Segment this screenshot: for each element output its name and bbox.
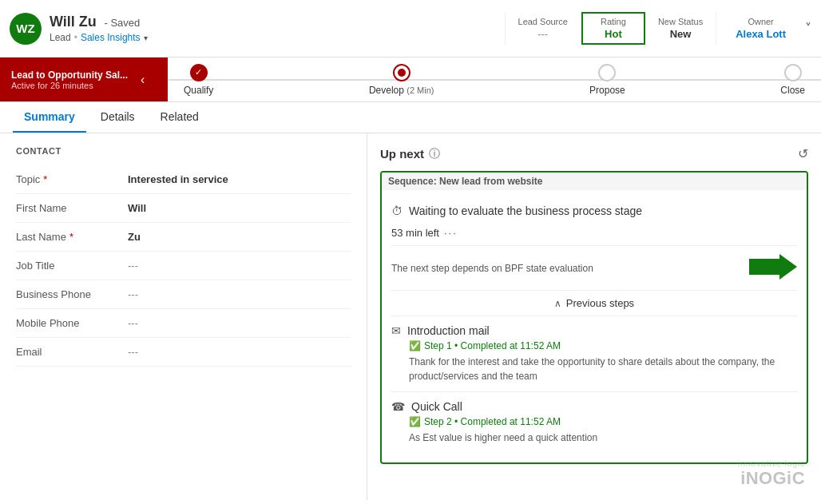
right-panel-wrapper: Up next ⓘ ↺ Sequence: New lead from webs… (367, 133, 821, 500)
header-fields: Lead Source --- Rating Hot New Status Ne… (505, 12, 717, 45)
sequence-label: Sequence: New lead from website (382, 173, 807, 190)
lastname-label: Last Name * (16, 231, 128, 243)
step-propose-circle (598, 64, 616, 81)
mobilephone-value[interactable]: --- (128, 317, 138, 329)
owner-label: Owner (748, 17, 773, 26)
email-value[interactable]: --- (128, 346, 138, 358)
field-jobtitle: Job Title --- (16, 252, 351, 280)
jobtitle-value[interactable]: --- (128, 260, 138, 272)
lastname-value[interactable]: Zu (128, 231, 141, 243)
step-item-1: ✉ Introduction mail ✅ Step 1 • Completed… (391, 315, 797, 391)
up-next-title: Up next (380, 147, 424, 161)
refresh-button[interactable]: ↺ (798, 146, 808, 161)
module-link[interactable]: Sales Insights (81, 32, 141, 43)
field-lastname: Last Name * Zu (16, 223, 351, 252)
rating-field[interactable]: Rating Hot (581, 12, 645, 45)
firstname-label: First Name (16, 202, 128, 214)
tabs-bar: Summary Details Related (0, 102, 821, 133)
depends-row: The next step depends on BPF state evalu… (391, 245, 797, 290)
step-1-header: ✉ Introduction mail (391, 324, 797, 337)
header: WZ Will Zu - Saved Lead • Sales Insights… (0, 0, 821, 58)
mobilephone-label: Mobile Phone (16, 317, 128, 329)
watermark-tagline: innovative logic (738, 458, 805, 468)
clock-icon: ⏱ (391, 204, 403, 217)
previous-steps-label: Previous steps (566, 297, 634, 309)
meta-sep: • (74, 32, 77, 43)
lead-source-field[interactable]: Lead Source --- (505, 12, 581, 45)
waiting-text: Waiting to evaluate the business process… (409, 204, 642, 217)
firstname-value[interactable]: Will (128, 202, 146, 214)
header-name-row: Will Zu - Saved (50, 14, 505, 30)
status-label: New Status (658, 17, 703, 26)
step-item-2: ☎ Quick Call ✅ Step 2 • Completed at 11:… (391, 391, 797, 453)
step-2-check-icon: ✅ (409, 416, 421, 427)
step-2-desc: As Est value is higher need a quick atte… (409, 431, 797, 445)
step-1-status: ✅ Step 1 • Completed at 11:52 AM (409, 340, 797, 351)
main-content: CONTACT Topic * Interested in service Fi… (0, 133, 821, 500)
businessphone-label: Business Phone (16, 288, 128, 300)
step-2-title: Quick Call (411, 400, 462, 413)
step-1-check-icon: ✅ (409, 340, 421, 351)
step-2-status: ✅ Step 2 • Completed at 11:52 AM (409, 416, 797, 427)
watermark-brand: iNOGiC (738, 468, 805, 489)
step-close-label: Close (780, 85, 805, 96)
topic-required: * (43, 173, 47, 185)
topic-label: Topic * (16, 173, 128, 185)
step-qualify-label: Qualify (184, 85, 213, 96)
more-options-button[interactable]: ··· (444, 227, 458, 239)
active-stage[interactable]: Lead to Opportunity Sal... Active for 26… (0, 58, 168, 101)
lead-source-value: --- (537, 28, 548, 40)
step-1-title: Introduction mail (407, 324, 490, 337)
process-bar: Lead to Opportunity Sal... Active for 26… (0, 58, 821, 102)
businessphone-value[interactable]: --- (128, 288, 138, 300)
field-firstname: First Name Will (16, 194, 351, 223)
step-qualify[interactable]: ✓ Qualify (184, 64, 213, 96)
topic-value[interactable]: Interested in service (128, 173, 228, 185)
module-chevron[interactable]: ▾ (144, 34, 148, 42)
contact-section-title: CONTACT (16, 146, 351, 156)
lead-source-label: Lead Source (518, 17, 568, 26)
svg-marker-0 (749, 254, 797, 280)
up-next-info-icon[interactable]: ⓘ (429, 147, 440, 161)
step-develop-circle (393, 64, 410, 81)
email-label: Email (16, 346, 128, 358)
previous-steps-row[interactable]: ∧ Previous steps (391, 290, 797, 315)
chevron-up-icon: ∧ (554, 298, 561, 309)
contact-name[interactable]: Will Zu (50, 14, 97, 30)
step-2-status-text: Step 2 • Completed at 11:52 AM (424, 416, 561, 427)
waiting-row: ⏱ Waiting to evaluate the business proce… (391, 198, 797, 224)
header-expand-chevron[interactable]: ˅ (805, 21, 811, 36)
step-develop[interactable]: Develop (2 Min) (369, 64, 434, 96)
right-panel: Up next ⓘ ↺ Sequence: New lead from webs… (367, 133, 821, 477)
arrow-icon (749, 254, 797, 282)
step-close-circle (784, 64, 802, 81)
field-businessphone: Business Phone --- (16, 280, 351, 309)
tab-details[interactable]: Details (89, 102, 146, 133)
header-meta: Lead • Sales Insights ▾ (50, 32, 505, 43)
rating-label: Rating (601, 17, 626, 26)
stage-collapse-button[interactable]: ‹ (134, 58, 151, 101)
owner-field[interactable]: Owner Alexa Lott (723, 14, 799, 43)
rating-value: Hot (605, 28, 622, 40)
field-mobilephone: Mobile Phone --- (16, 309, 351, 338)
saved-label: - Saved (104, 17, 140, 29)
watermark: innovative logic iNOGiC (738, 458, 805, 489)
step-close[interactable]: Close (780, 64, 805, 96)
record-type: Lead (50, 32, 71, 43)
tab-summary[interactable]: Summary (13, 102, 86, 133)
field-email: Email --- (16, 338, 351, 367)
lastname-required: * (69, 231, 73, 243)
active-stage-title: Lead to Opportunity Sal... (11, 69, 128, 81)
avatar: WZ (10, 13, 42, 45)
status-value: New (670, 28, 692, 40)
step-propose-label: Propose (589, 85, 625, 96)
step-develop-label: Develop (2 Min) (369, 85, 434, 96)
owner-value[interactable]: Alexa Lott (736, 28, 786, 40)
step-qualify-circle: ✓ (190, 64, 208, 81)
step-2-header: ☎ Quick Call (391, 400, 797, 413)
tab-related[interactable]: Related (149, 102, 210, 133)
step-1-desc: Thank for the interest and take the oppo… (409, 355, 797, 383)
status-field[interactable]: New Status New (645, 12, 716, 45)
sequence-box: Sequence: New lead from website ⏱ Waitin… (380, 171, 808, 464)
step-propose[interactable]: Propose (589, 64, 625, 96)
